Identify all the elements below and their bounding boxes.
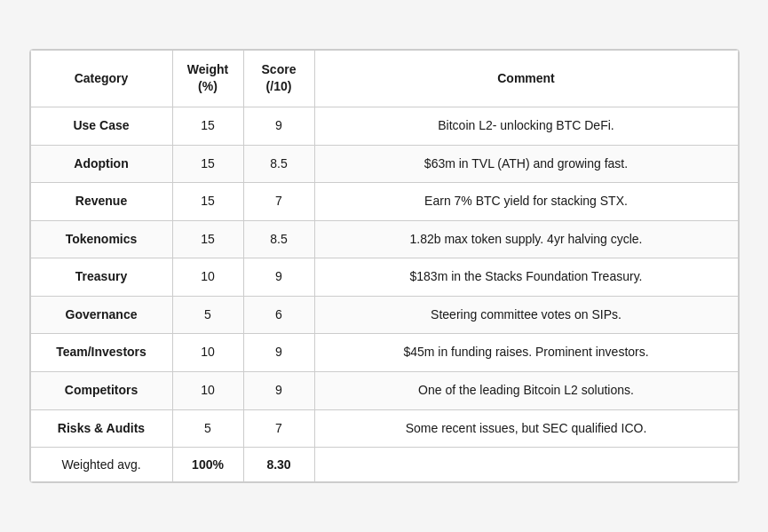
category-header: Category: [30, 50, 172, 107]
weight-cell: 10: [172, 258, 243, 297]
table-row: Use Case159Bitcoin L2- unlocking BTC DeF…: [30, 107, 738, 145]
comment-cell: $63m in TVL (ATH) and growing fast.: [314, 145, 738, 183]
category-cell: Risks & Audits: [30, 409, 172, 448]
score-header: Score (/10): [243, 50, 314, 107]
score-cell: 9: [243, 258, 314, 297]
comment-cell: One of the leading Bitcoin L2 solutions.: [314, 372, 738, 410]
category-cell: Use Case: [30, 107, 172, 145]
score-cell: 7: [243, 183, 314, 221]
comment-cell: $45m in funding raises. Prominent invest…: [314, 334, 738, 372]
comment-cell: Earn 7% BTC yield for stacking STX.: [314, 183, 738, 221]
score-cell: 7: [243, 409, 314, 448]
score-cell: 8.5: [243, 145, 314, 183]
weight-cell: 15: [172, 145, 243, 183]
comment-cell: $183m in the Stacks Foundation Treasury.: [314, 258, 738, 297]
weight-cell: 15: [172, 107, 243, 145]
table-row: Team/Investors109$45m in funding raises.…: [30, 334, 738, 372]
table-row: Adoption158.5$63m in TVL (ATH) and growi…: [30, 145, 738, 183]
category-cell: Governance: [30, 296, 172, 334]
score-cell: 6: [243, 296, 314, 334]
score-cell: 9: [243, 334, 314, 372]
table-footer-row: Weighted avg. 100% 8.30: [30, 448, 738, 482]
comment-cell: Bitcoin L2- unlocking BTC DeFi.: [314, 107, 738, 145]
weight-cell: 5: [172, 296, 243, 334]
table-row: Governance56Steering committee votes on …: [30, 296, 738, 334]
weight-cell: 10: [172, 334, 243, 372]
category-cell: Team/Investors: [30, 334, 172, 372]
category-cell: Tokenomics: [30, 220, 172, 258]
comment-header: Comment: [314, 50, 738, 107]
comment-cell: Some recent issues, but SEC qualified IC…: [314, 409, 738, 448]
comment-cell: 1.82b max token supply. 4yr halving cycl…: [314, 220, 738, 258]
footer-score: 8.30: [243, 448, 314, 482]
weight-header: Weight (%): [172, 50, 243, 107]
category-cell: Adoption: [30, 145, 172, 183]
table-row: Revenue157Earn 7% BTC yield for stacking…: [30, 183, 738, 221]
table-row: Tokenomics158.51.82b max token supply. 4…: [30, 220, 738, 258]
score-cell: 9: [243, 372, 314, 410]
footer-label: Weighted avg.: [30, 448, 172, 482]
weight-cell: 10: [172, 372, 243, 410]
scoring-table: Category Weight (%) Score (/10) Comment …: [30, 50, 739, 483]
comment-cell: Steering committee votes on SIPs.: [314, 296, 738, 334]
table-row: Risks & Audits57Some recent issues, but …: [30, 409, 738, 448]
table-header-row: Category Weight (%) Score (/10) Comment: [30, 50, 738, 107]
weight-cell: 5: [172, 409, 243, 448]
footer-weight: 100%: [172, 448, 243, 482]
table-row: Competitors109One of the leading Bitcoin…: [30, 372, 738, 410]
score-cell: 9: [243, 107, 314, 145]
category-cell: Treasury: [30, 258, 172, 297]
score-cell: 8.5: [243, 220, 314, 258]
weight-cell: 15: [172, 183, 243, 221]
scoring-table-container: Category Weight (%) Score (/10) Comment …: [29, 49, 740, 484]
table-row: Treasury109$183m in the Stacks Foundatio…: [30, 258, 738, 297]
category-cell: Competitors: [30, 372, 172, 410]
weight-cell: 15: [172, 220, 243, 258]
category-cell: Revenue: [30, 183, 172, 221]
footer-comment: [314, 448, 738, 482]
